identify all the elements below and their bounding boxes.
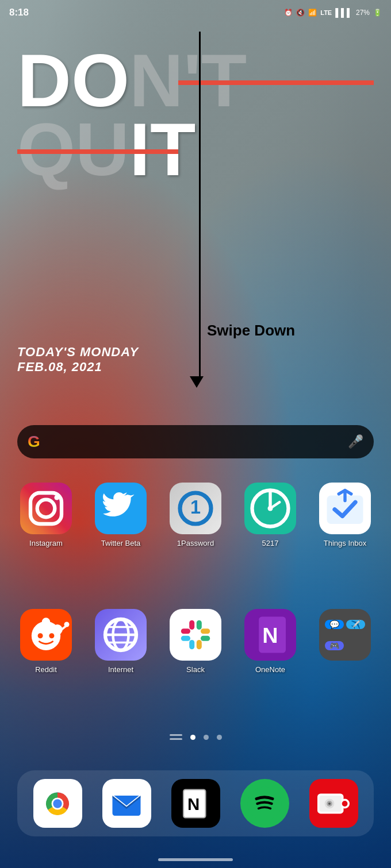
folder-icon[interactable]: 💬 ✈️ 🎮 xyxy=(319,609,371,661)
twitter-icon[interactable] xyxy=(95,483,147,534)
svg-point-46 xyxy=(328,802,331,804)
page-dot-active[interactable] xyxy=(190,735,195,740)
status-bar: 8:18 ⏰ 🔇 📶 LTE ▌▌▌ 27% 🔋 xyxy=(0,0,391,25)
signal-icon: ▌▌▌ xyxy=(335,8,352,17)
app-internet[interactable]: Internet xyxy=(89,609,152,674)
lte-label: LTE xyxy=(320,9,332,16)
page-indicators xyxy=(0,734,391,740)
svg-rect-25 xyxy=(189,640,194,649)
app-row-2: Reddit Internet xyxy=(0,609,391,674)
svg-rect-21 xyxy=(189,620,194,630)
home-indicator xyxy=(158,858,233,861)
notion-icon[interactable]: N xyxy=(171,779,220,828)
svg-rect-19 xyxy=(181,628,190,634)
chrome-icon[interactable] xyxy=(33,779,82,828)
svg-point-12 xyxy=(52,624,63,635)
svg-point-39 xyxy=(248,786,282,820)
reddit-label: Reddit xyxy=(35,665,57,674)
page-dot-3[interactable] xyxy=(217,735,222,740)
onenote-icon[interactable]: N xyxy=(244,609,296,661)
internet-label: Internet xyxy=(108,665,133,674)
page-line-2 xyxy=(170,738,182,740)
internet-icon[interactable] xyxy=(95,609,147,661)
reddit-icon[interactable] xyxy=(20,609,72,661)
do-text: DO xyxy=(17,43,129,118)
app-slack[interactable]: Slack xyxy=(164,609,227,674)
svg-point-2 xyxy=(54,495,59,500)
google-g-icon: G xyxy=(28,433,40,451)
search-bar[interactable]: G 🎤 xyxy=(17,425,374,458)
dock-email[interactable] xyxy=(98,779,155,828)
app-1password[interactable]: 1 1Password xyxy=(164,483,227,547)
svg-text:1: 1 xyxy=(190,497,201,518)
things-inbox-label: Things Inbox xyxy=(324,539,366,547)
slack-label: Slack xyxy=(186,665,205,674)
5217-label: 5217 xyxy=(262,539,279,547)
red-line-2 xyxy=(17,149,178,154)
svg-point-6 xyxy=(268,506,273,511)
dock: N xyxy=(17,770,374,836)
app-row-1: Instagram Twitter Beta 1 1Password xyxy=(0,483,391,547)
status-time: 8:18 xyxy=(9,7,29,18)
app-5217[interactable]: 5217 xyxy=(239,483,302,547)
things-inbox-icon[interactable] xyxy=(319,483,371,534)
svg-point-33 xyxy=(53,799,62,808)
mute-icon: 🔇 xyxy=(296,9,305,17)
svg-point-1 xyxy=(37,500,55,518)
page-dot-2[interactable] xyxy=(204,735,209,740)
instagram-label: Instagram xyxy=(29,539,63,547)
dock-spotify[interactable] xyxy=(236,779,293,828)
email-icon[interactable] xyxy=(102,779,151,828)
app-folder[interactable]: 💬 ✈️ 🎮 xyxy=(313,609,377,665)
svg-point-11 xyxy=(42,618,50,626)
app-instagram[interactable]: Instagram xyxy=(14,483,78,547)
date-area: TODAY'S MONDAY FEB.08, 2021 xyxy=(17,345,139,375)
arrow-line xyxy=(199,32,201,376)
svg-point-9 xyxy=(38,633,43,638)
slack-icon[interactable] xyxy=(170,609,221,661)
battery-label: 27% xyxy=(356,9,370,17)
swipe-down-text: Swipe Down xyxy=(207,322,295,340)
svg-rect-24 xyxy=(201,636,210,641)
1password-icon[interactable]: 1 xyxy=(170,483,221,534)
dock-chrome[interactable] xyxy=(29,779,86,828)
app-twitter[interactable]: Twitter Beta xyxy=(89,483,152,547)
microphone-icon[interactable]: 🎤 xyxy=(348,434,363,449)
svg-point-42 xyxy=(342,801,348,807)
spotify-icon[interactable] xyxy=(240,779,289,828)
red-line-1 xyxy=(178,80,374,85)
app-things-inbox[interactable]: Things Inbox xyxy=(313,483,377,547)
date-value: FEB.08, 2021 xyxy=(17,360,139,375)
1password-label: 1Password xyxy=(177,539,214,547)
svg-text:N: N xyxy=(187,794,200,813)
dock-screenrecord[interactable] xyxy=(305,779,362,828)
app-reddit[interactable]: Reddit xyxy=(14,609,78,674)
date-label: TODAY'S MONDAY xyxy=(17,345,139,360)
svg-rect-26 xyxy=(197,640,202,649)
svg-rect-20 xyxy=(181,636,190,641)
svg-point-10 xyxy=(49,633,54,638)
battery-icon: 🔋 xyxy=(373,9,382,17)
alarm-icon: ⏰ xyxy=(284,9,293,17)
svg-rect-23 xyxy=(201,628,210,634)
svg-point-13 xyxy=(64,622,70,627)
instagram-icon[interactable] xyxy=(20,483,72,534)
onenote-label: OneNote xyxy=(255,665,285,674)
arrow-head xyxy=(190,376,204,388)
wifi-icon: 📶 xyxy=(308,9,317,17)
svg-rect-22 xyxy=(197,620,202,630)
status-icons: ⏰ 🔇 📶 LTE ▌▌▌ 27% 🔋 xyxy=(284,8,382,17)
swipe-arrow xyxy=(195,32,204,388)
page-lines-icon xyxy=(170,734,182,740)
twitter-label: Twitter Beta xyxy=(101,539,141,547)
dock-notion[interactable]: N xyxy=(167,779,224,828)
svg-text:N: N xyxy=(262,623,278,647)
screenrecord-icon[interactable] xyxy=(309,779,358,828)
app-onenote[interactable]: N OneNote xyxy=(239,609,302,674)
5217-icon[interactable] xyxy=(244,483,296,534)
page-line-1 xyxy=(170,734,182,736)
